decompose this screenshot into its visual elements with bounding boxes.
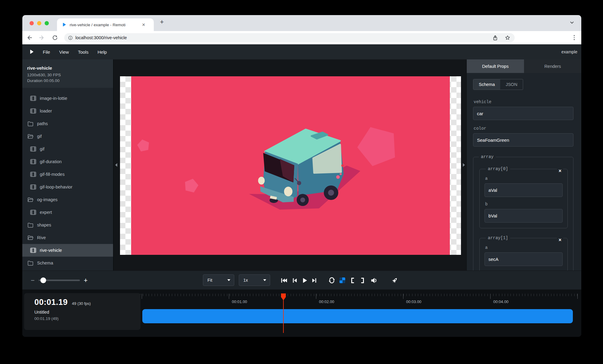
size-select[interactable]: Fit <box>203 274 234 286</box>
sidebar-item-gif-fill-modes[interactable]: gif-fill-modes <box>22 168 113 181</box>
remove-array-item-icon[interactable]: × <box>557 168 563 174</box>
array-item-1: array[1] × a b <box>479 236 568 271</box>
play-icon[interactable] <box>301 277 308 284</box>
new-tab-button[interactable]: + <box>157 17 166 27</box>
sidebar-item-gif-folder[interactable]: gif <box>22 130 113 143</box>
field-label-b: b <box>485 202 563 207</box>
out-point-icon[interactable] <box>361 278 364 283</box>
folder-label: gif <box>37 134 42 139</box>
url-text[interactable]: localhost:3000/rive-vehicle <box>75 35 492 40</box>
sidebar-item-shapes[interactable]: shapes <box>22 219 113 231</box>
sidebar-item-rive-vehicle[interactable]: rive-vehicle <box>22 244 113 257</box>
timeline-info-card: 00:01.19 49 (30 fps) Untitled 00:01.19 (… <box>24 293 140 330</box>
film-icon <box>30 247 36 253</box>
tab-title: rive-vehicle / example - Remoti <box>70 23 140 27</box>
timeline-ruler[interactable]: 00:01.00 00:02.00 00:03.00 00:04.00 <box>120 290 581 337</box>
menu-view[interactable]: View <box>59 49 69 55</box>
composition-title: rive-vehicle <box>27 65 108 71</box>
tab-close-icon[interactable]: × <box>142 22 145 27</box>
transparency-checkerboard-icon[interactable] <box>339 277 345 283</box>
maximize-window-button[interactable] <box>45 21 49 25</box>
zoom-slider[interactable] <box>39 280 80 281</box>
loop-icon[interactable] <box>328 277 335 284</box>
back-icon[interactable] <box>27 35 33 41</box>
sidebar-item-gif[interactable]: gif <box>22 143 113 155</box>
address-bar[interactable]: localhost:3000/rive-vehicle <box>64 33 515 42</box>
canvas-zoom-control: − + <box>31 271 88 290</box>
zoom-in-icon[interactable]: + <box>84 277 88 284</box>
browser-window: rive-vehicle / example - Remoti × + loca… <box>22 15 581 337</box>
chevron-down-icon[interactable] <box>569 20 575 25</box>
browser-tab[interactable]: rive-vehicle / example - Remoti × <box>57 18 154 31</box>
remove-array-item-icon[interactable]: × <box>557 237 563 243</box>
composition-label: gif <box>40 147 44 151</box>
props-panel: Default Props Renders Schema JSON vehicl… <box>467 59 581 271</box>
toggle-schema[interactable]: Schema <box>473 79 500 90</box>
sidebar-item-og-images[interactable]: og-images <box>22 193 113 206</box>
array-legend: array <box>479 154 496 159</box>
collapse-panel-icon[interactable] <box>463 163 465 167</box>
sidebar-item-expert[interactable]: expert <box>22 206 113 219</box>
composition-label: gif-duration <box>40 159 62 164</box>
film-icon <box>30 146 36 152</box>
render-rocket-icon[interactable] <box>391 277 398 284</box>
sidebar-item-image-in-lottie[interactable]: image-in-lottie <box>22 92 113 105</box>
reload-icon[interactable] <box>52 35 58 41</box>
composition-label: expert <box>40 210 52 215</box>
vehicle-input[interactable] <box>473 107 573 120</box>
workspace-label: example <box>561 49 577 54</box>
zoom-out-icon[interactable]: − <box>31 277 35 284</box>
minimize-window-button[interactable] <box>37 21 41 25</box>
composition-resolution: 1200x630, 30 FPS <box>27 73 108 77</box>
skip-to-end-icon[interactable] <box>311 277 317 284</box>
playhead-flag[interactable] <box>281 293 286 300</box>
bookmark-star-icon[interactable] <box>505 35 510 41</box>
speed-select[interactable]: 1x <box>239 274 270 286</box>
toggle-json[interactable]: JSON <box>500 79 523 90</box>
sidebar-item-gif-duration[interactable]: gif-duration <box>22 155 113 168</box>
sidebar-item-schema[interactable]: Schema <box>22 257 113 269</box>
tab-renders[interactable]: Renders <box>524 59 581 73</box>
sidebar-item-paths[interactable]: paths <box>22 117 113 130</box>
folder-icon <box>27 121 33 127</box>
site-info-icon[interactable] <box>68 35 73 40</box>
film-icon <box>30 108 36 114</box>
zoom-slider-knob[interactable] <box>40 277 46 283</box>
browser-menu-icon[interactable] <box>574 35 575 40</box>
share-icon[interactable] <box>492 35 498 41</box>
array-0-b-input[interactable] <box>485 209 563 223</box>
timeline-track-bar[interactable] <box>142 309 573 323</box>
folder-open-icon <box>27 235 33 241</box>
forward-icon[interactable] <box>39 35 45 41</box>
skip-to-start-icon[interactable] <box>280 277 288 284</box>
previous-frame-icon[interactable] <box>292 277 298 284</box>
composition-label: rive-vehicle <box>40 248 62 253</box>
menu-file[interactable]: File <box>43 49 50 55</box>
collapse-sidebar-icon[interactable] <box>115 163 117 167</box>
size-select-value: Fit <box>207 278 212 283</box>
sidebar-item-gif-loop-behavior[interactable]: gif-loop-behavior <box>22 181 113 193</box>
second-tick <box>316 294 316 299</box>
second-tick <box>577 294 578 299</box>
tab-default-props[interactable]: Default Props <box>467 59 524 73</box>
composition-duration: Duration 00:05.00 <box>27 78 108 83</box>
window-controls <box>30 21 49 25</box>
array-item-1-legend: array[1] <box>486 236 510 240</box>
sidebar-item-rive-folder[interactable]: Rive <box>22 231 113 244</box>
array-1-a-input[interactable] <box>485 252 563 266</box>
close-window-button[interactable] <box>30 21 34 25</box>
menu-help[interactable]: Help <box>97 49 107 55</box>
array-0-a-input[interactable] <box>485 183 563 197</box>
in-point-icon[interactable] <box>351 278 354 283</box>
folder-label: shapes <box>37 223 51 227</box>
second-tick <box>229 294 229 299</box>
folder-label: og-images <box>37 197 58 202</box>
volume-icon[interactable] <box>371 277 378 284</box>
browser-toolbar: localhost:3000/rive-vehicle <box>22 31 581 44</box>
sidebar-item-loader[interactable]: loader <box>22 105 113 117</box>
menu-tools[interactable]: Tools <box>78 49 88 55</box>
timeline-panel: 00:01.19 49 (30 fps) Untitled 00:01.19 (… <box>22 290 581 337</box>
transport-controls <box>280 271 398 290</box>
film-icon <box>30 159 36 165</box>
color-input[interactable] <box>473 133 573 147</box>
